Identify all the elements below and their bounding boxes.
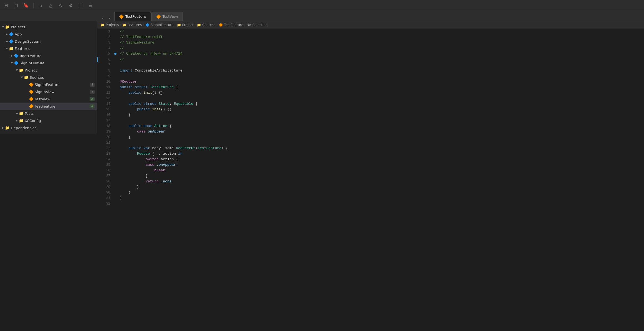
sidebar-item-tests[interactable]: ▶ 📁 Tests xyxy=(0,110,97,117)
bc-project[interactable]: 📁 Project xyxy=(177,23,194,27)
sidebar-item-app[interactable]: ▶ 🔷 App xyxy=(0,30,97,38)
code-content-4[interactable]: // xyxy=(118,45,644,51)
diamond-icon[interactable]: ◇ xyxy=(58,3,64,8)
collapse-icon[interactable]: ⊡ xyxy=(13,3,19,8)
code-content-10[interactable]: @Reducer xyxy=(118,79,644,85)
list-icon[interactable]: ☰ xyxy=(88,3,93,8)
token: case xyxy=(146,163,156,167)
sidebar-label-xcconfig: XCConfig xyxy=(25,119,95,123)
sidebar-item-features[interactable]: ▼ 📁 Features xyxy=(0,45,97,52)
code-content-25[interactable]: case .onAppear: xyxy=(118,162,644,168)
code-content-26[interactable]: break xyxy=(118,168,644,173)
code-line-7: 7 xyxy=(98,62,644,68)
sidebar-item-rootfeature[interactable]: ▶ 🔷 RootFeature xyxy=(0,52,97,59)
grid-icon[interactable]: ⊞ xyxy=(3,3,9,8)
token xyxy=(120,102,128,106)
code-content-1[interactable]: // xyxy=(118,29,644,34)
code-content-6[interactable]: // xyxy=(118,57,644,62)
token xyxy=(120,146,128,150)
code-content-22[interactable]: public var body: some ReducerOf<TestFeat… xyxy=(118,146,644,151)
code-content-20[interactable]: } xyxy=(118,134,644,140)
sidebar-item-signinfeature-file[interactable]: ▶ 🔶 SignInFeature ? xyxy=(0,81,97,88)
tab-testview[interactable]: 🔶 TestView xyxy=(151,12,183,21)
code-line-19: 19 case onAppear xyxy=(98,129,644,134)
code-content-11[interactable]: public struct TestFeature { xyxy=(118,85,644,90)
line-number-2: 2 xyxy=(100,34,114,40)
tag-icon[interactable]: ☐ xyxy=(78,3,83,8)
code-content-13[interactable] xyxy=(118,96,644,101)
search-icon[interactable]: ⌕ xyxy=(38,3,44,8)
toolbar-separator xyxy=(33,3,34,8)
sidebar-item-testview-file[interactable]: ▶ 🔶 TestView A xyxy=(0,95,97,103)
breakpoint-dot-5[interactable] xyxy=(114,53,116,55)
arrow-app: ▶ xyxy=(5,32,9,36)
code-content-9[interactable] xyxy=(118,73,644,79)
token: return xyxy=(146,179,161,184)
code-content-15[interactable]: public init() {} xyxy=(118,107,644,112)
code-content-8[interactable]: import ComposableArchitecture xyxy=(118,68,644,73)
code-content-3[interactable]: // SignInFeature xyxy=(118,40,644,45)
bc-sep-2: › xyxy=(143,23,144,27)
gutter-9 xyxy=(98,73,100,79)
toolbar: ⊞ ⊡ 🔖 ⌕ △ ◇ ⚙ ☐ ☰ xyxy=(0,0,644,11)
bc-signinfeature[interactable]: 🔷 SignInFeature xyxy=(145,23,174,27)
bc-projects[interactable]: 📁 Projects xyxy=(100,23,119,27)
sidebar-item-projects[interactable]: ▼ 📁 Projects xyxy=(0,23,97,30)
line-dot-18 xyxy=(114,123,118,129)
code-content-5[interactable]: // Created by 김동준 on 6/4/24 xyxy=(118,51,644,57)
code-content-30[interactable]: } xyxy=(118,190,644,195)
code-content-7[interactable] xyxy=(118,62,644,68)
sidebar-item-sources[interactable]: ▼ 📁 Sources xyxy=(0,74,97,81)
bc-features[interactable]: 📁 Features xyxy=(122,23,142,27)
token: // xyxy=(120,57,124,62)
code-content-18[interactable]: public enum Action { xyxy=(118,123,644,129)
code-scroll[interactable]: 1// 2// TestFeature.swift3// SignInFeatu… xyxy=(97,29,644,331)
code-line-25: 25 case .onAppear: xyxy=(98,162,644,168)
code-content-23[interactable]: Reduce { _, action in xyxy=(118,151,644,157)
bc-sources[interactable]: 📁 Sources xyxy=(197,23,215,27)
line-number-7: 7 xyxy=(100,62,114,68)
sidebar-item-signinview-file[interactable]: ▶ 🔶 SignInView ? xyxy=(0,88,97,95)
gutter-21 xyxy=(98,140,100,146)
token: TestFeature xyxy=(197,146,221,150)
line-dot-6 xyxy=(114,57,118,62)
code-content-17[interactable] xyxy=(118,118,644,123)
code-content-24[interactable]: switch action { xyxy=(118,157,644,162)
code-content-14[interactable]: public struct State: Equatable { xyxy=(118,101,644,107)
line-number-32: 32 xyxy=(100,201,114,207)
bookmark-icon[interactable]: 🔖 xyxy=(23,3,29,8)
code-content-2[interactable]: // TestFeature.swift xyxy=(118,34,644,40)
token: public xyxy=(128,124,144,128)
code-content-32[interactable] xyxy=(118,201,644,207)
gear-icon[interactable]: ⚙ xyxy=(68,3,73,8)
sidebar-item-dependencies[interactable]: ▶ 📁 Dependencies xyxy=(0,124,97,131)
token: Action xyxy=(154,124,167,128)
sidebar-item-testfeature-file[interactable]: ▶ 🔶 TestFeature A xyxy=(0,103,97,110)
code-content-12[interactable]: public init() {} xyxy=(118,90,644,96)
tab-testfeature[interactable]: 🔶 TestFeature xyxy=(114,12,151,21)
bc-label-testfeature: TestFeature xyxy=(224,23,243,27)
gutter-19 xyxy=(98,129,100,134)
line-dot-4 xyxy=(114,45,118,51)
sidebar-item-signinfeature[interactable]: ▼ 🔷 SignInFeature xyxy=(0,59,97,67)
tab-icon-testview: 🔶 xyxy=(156,14,161,19)
code-content-16[interactable]: } xyxy=(118,112,644,118)
line-number-11: 11 xyxy=(100,85,114,90)
code-content-28[interactable]: return .none xyxy=(118,179,644,184)
arrow-rootfeature: ▶ xyxy=(10,54,14,58)
sidebar-item-project[interactable]: ▼ 📁 Project xyxy=(0,67,97,74)
code-content-31[interactable]: } xyxy=(118,195,644,201)
sidebar-item-xcconfig[interactable]: ▶ 📁 XCConfig xyxy=(0,117,97,124)
nav-back-button[interactable]: ‹ xyxy=(100,15,105,21)
code-content-29[interactable]: } xyxy=(118,184,644,190)
token: import xyxy=(120,68,135,73)
line-number-6: 6 xyxy=(100,57,114,62)
bc-testfeature[interactable]: 🔶 TestFeature xyxy=(219,23,243,27)
code-content-19[interactable]: case onAppear xyxy=(118,129,644,134)
sidebar-item-designsystem[interactable]: ▶ 🔷 DesignSystem xyxy=(0,38,97,45)
warning-icon[interactable]: △ xyxy=(48,3,54,8)
token: var xyxy=(143,146,152,150)
code-content-21[interactable] xyxy=(118,140,644,146)
nav-forward-button[interactable]: › xyxy=(107,15,112,21)
code-content-27[interactable]: } xyxy=(118,173,644,179)
